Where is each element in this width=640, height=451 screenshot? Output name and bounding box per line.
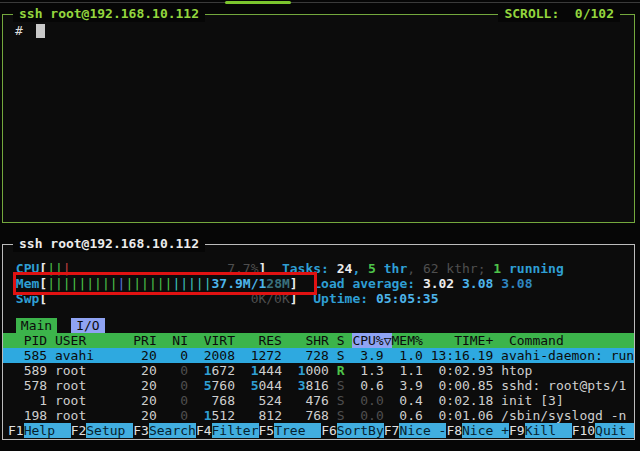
shell-prompt: # [15, 23, 31, 38]
fkey-F10[interactable]: F10Quit [572, 423, 634, 438]
fkey-F6-label: SortBy [337, 423, 384, 438]
htop-app: CPU[||| 7.7%] Tasks: 24, 5 thr, 62 kthr;… [3, 245, 634, 439]
fkey-F7-key: F7 [384, 423, 400, 438]
process-row-198[interactable]: 198 root 20 0 1512 812 768 S 0.0 0.6 0:0… [3, 408, 634, 423]
fkey-F5-key: F5 [259, 423, 275, 438]
fkey-F3-label: Search [149, 423, 196, 438]
process-table-body: 585 avahi 20 0 2008 1272 728 S 3.9 1.0 1… [3, 348, 634, 423]
process-row-589[interactable]: 589 root 20 0 1672 1444 1000 R 1.3 1.1 0… [3, 363, 634, 378]
fkey-F2-label: Setup [86, 423, 133, 438]
process-row-1[interactable]: 1 root 20 0 768 524 476 S 0.0 0.4 0:02.1… [3, 393, 634, 408]
fkey-F3[interactable]: F3Search [133, 423, 196, 438]
process-row-578[interactable]: 578 root 20 0 5760 5044 3816 S 0.6 3.9 0… [3, 378, 634, 393]
spacer-line [3, 249, 634, 261]
top-pane-content[interactable]: # [3, 15, 634, 38]
fkey-F4-key: F4 [196, 423, 212, 438]
spacer-line [3, 306, 634, 318]
terminal-screen: ssh root@192.168.10.112 SCROLL: 0/102 # … [0, 0, 640, 451]
cursor [36, 24, 45, 38]
fkey-F9[interactable]: F9Kill [509, 423, 572, 438]
function-key-bar: F1Help F2Setup F3SearchF4FilterF5Tree F6… [3, 423, 634, 438]
cpu-meter-line: CPU[||| 7.7%] Tasks: 24, 5 thr, 62 kthr;… [3, 261, 634, 276]
fkey-F8-label: Nice + [462, 423, 509, 438]
fkey-F1-label: Help [24, 423, 71, 438]
fkey-F1-key: F1 [8, 423, 24, 438]
fkey-F8-key: F8 [446, 423, 462, 438]
process-row-585[interactable]: 585 avahi 20 0 2008 1272 728 S 3.9 1.0 1… [3, 348, 634, 363]
meter-block: CPU[||| 7.7%] Tasks: 24, 5 thr, 62 kthr;… [3, 261, 634, 306]
fkey-F9-label: Kill [525, 423, 572, 438]
fkey-F1[interactable]: F1Help [8, 423, 71, 438]
mem-meter-line: Mem[|||||||||||||||||||||37.9M/128M] Loa… [3, 276, 634, 291]
fkey-F6[interactable]: F6SortBy [321, 423, 384, 438]
fkey-F4-label: Filter [212, 423, 259, 438]
fkey-F2-key: F2 [71, 423, 87, 438]
fkey-F5-label: Tree [274, 423, 321, 438]
fkey-F9-key: F9 [509, 423, 525, 438]
top-strip-line [0, 2, 640, 3]
fkey-F8[interactable]: F8Nice + [446, 423, 509, 438]
bottom-pane[interactable]: ssh root@192.168.10.112 CPU[||| 7.7%] Ta… [2, 244, 635, 440]
process-table-header[interactable]: PID USER PRI NI VIRT RES SHR S CPU%▽MEM%… [3, 333, 634, 348]
fkey-F7-label: Nice - [399, 423, 446, 438]
fkey-F7[interactable]: F7Nice - [384, 423, 447, 438]
fkey-F6-key: F6 [321, 423, 337, 438]
fkey-F10-key: F10 [572, 423, 595, 438]
top-strip-progress [225, 1, 291, 4]
fkey-F4[interactable]: F4Filter [196, 423, 259, 438]
fkey-F10-label: Quit [595, 423, 634, 438]
tab-io[interactable]: I/O [71, 318, 104, 333]
top-pane[interactable]: ssh root@192.168.10.112 SCROLL: 0/102 # [2, 14, 635, 223]
fkey-F5[interactable]: F5Tree [259, 423, 322, 438]
tab-main[interactable]: Main [16, 318, 57, 333]
fkey-F2[interactable]: F2Setup [71, 423, 134, 438]
swp-meter-line: Swp[ 0K/0K] Uptime: 05:05:35 [3, 291, 634, 306]
screen-tabs: MainI/O [3, 318, 634, 333]
fkey-F3-key: F3 [133, 423, 149, 438]
